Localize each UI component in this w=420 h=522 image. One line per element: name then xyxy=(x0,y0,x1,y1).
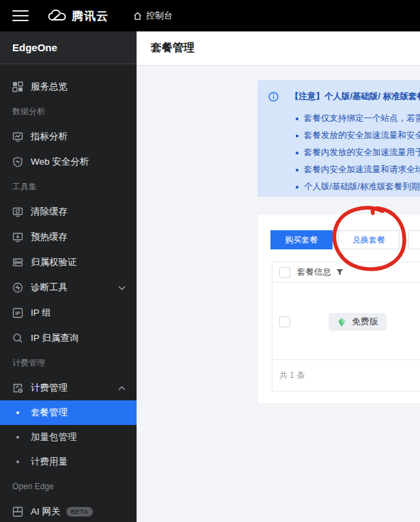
package-table: 套餐信息 免费版 共 1 条 xyxy=(272,262,420,392)
sidebar-item-diagnostic-tools[interactable]: 诊断工具 xyxy=(0,275,137,300)
topbar: 腾讯云 控制台 xyxy=(0,0,420,31)
ip-box-icon: IP xyxy=(12,307,23,318)
notice-bullet: 套餐仅支持绑定一个站点，若需要 xyxy=(296,110,420,127)
sidebar-item-purge-cache[interactable]: 清除缓存 xyxy=(0,199,137,224)
buy-package-button[interactable]: 购买套餐 xyxy=(270,230,333,249)
monitor-chart-icon xyxy=(12,131,23,142)
sidebar-item-metric-analysis[interactable]: 指标分析 xyxy=(0,124,137,149)
beta-badge: BETA xyxy=(66,507,94,517)
monitor-refresh-icon xyxy=(12,206,23,217)
info-icon xyxy=(268,92,279,102)
sidebar-item-label: IP 组 xyxy=(31,307,51,319)
product-name: EdgeOne xyxy=(12,42,57,53)
content-area: 【注意】个人版/基础版/ 标准版套餐 套餐仅支持绑定一个站点，若需要 套餐发放的… xyxy=(137,66,420,522)
cloud-logo-icon xyxy=(48,9,66,23)
sidebar-item-label: Web 安全分析 xyxy=(31,156,89,168)
sidebar-section-toolset: 工具集 xyxy=(0,174,137,199)
redeem-package-button[interactable]: 兑换套餐 xyxy=(338,230,400,249)
bullet-dot xyxy=(16,436,19,439)
search-icon xyxy=(12,333,23,344)
plan-badge: 免费版 xyxy=(328,313,387,331)
sidebar-item-label: 指标分析 xyxy=(31,130,68,143)
sidebar-item-ip-lookup[interactable]: IP 归属查询 xyxy=(0,325,137,351)
sidebar-item-ip-group[interactable]: IP IP 组 xyxy=(0,300,137,325)
sidebar-item-ownership-verification[interactable]: 归属权验证 xyxy=(0,249,137,275)
grid-icon xyxy=(12,81,23,92)
sidebar: EdgeOne 服务总览 数据分析 指标分析 xyxy=(0,31,137,522)
server-icon xyxy=(12,257,23,268)
column-header-package-info: 套餐信息 xyxy=(297,266,331,278)
pulse-circle-icon xyxy=(12,282,23,293)
sidebar-subitem-package-management[interactable]: 套餐管理 xyxy=(0,400,137,425)
sidebar-item-label: 加量包管理 xyxy=(31,431,77,443)
console-link[interactable]: 控制台 xyxy=(133,10,173,22)
plan-diamond-icon xyxy=(337,317,347,327)
sidebar-item-label: 套餐管理 xyxy=(31,407,68,419)
notice-bullet: 个人版/基础版/标准版套餐到期续 xyxy=(296,178,420,195)
home-icon xyxy=(133,12,142,20)
sidebar-item-label: 诊断工具 xyxy=(31,281,68,294)
chevron-up-icon xyxy=(118,383,126,393)
total-count: 共 1 条 xyxy=(279,370,305,381)
gateway-icon xyxy=(12,506,23,517)
pagination: 共 1 条 xyxy=(272,360,420,391)
main-header: 套餐管理 xyxy=(137,31,420,66)
sidebar-item-label: 服务总览 xyxy=(31,81,68,93)
sidebar-item-label: 计费用量 xyxy=(31,456,68,468)
page-title: 套餐管理 xyxy=(151,41,195,55)
sidebar-item-label: AI 网关 xyxy=(31,506,61,518)
bullet-dot xyxy=(16,461,19,463)
sidebar-item-web-security-analysis[interactable]: Web 安全分析 xyxy=(0,149,137,174)
sidebar-item-label: 预热缓存 xyxy=(31,231,68,243)
shield-icon xyxy=(12,156,23,167)
filter-funnel-icon[interactable] xyxy=(336,269,344,276)
tencent-cloud-logo[interactable]: 腾讯云 xyxy=(48,8,109,24)
notice-bullet: 套餐发放的安全加速流量和安全加 xyxy=(296,127,420,144)
billing-icon xyxy=(12,383,23,394)
console-label: 控制台 xyxy=(146,10,173,22)
sidebar-item-prefetch-cache[interactable]: 预热缓存 xyxy=(0,224,137,249)
brand-name: 腾讯云 xyxy=(72,8,109,24)
hamburger-menu-icon[interactable] xyxy=(12,10,29,21)
svg-text:IP: IP xyxy=(15,310,20,316)
sidebar-section-data-analysis: 数据分析 xyxy=(0,99,137,124)
sidebar-item-label: 计费管理 xyxy=(31,382,68,394)
row-checkbox[interactable] xyxy=(279,316,290,327)
product-header: EdgeOne xyxy=(0,31,137,64)
sidebar-item-service-overview[interactable]: 服务总览 xyxy=(0,74,137,99)
select-all-checkbox[interactable] xyxy=(279,267,290,278)
sidebar-section-billing: 计费管理 xyxy=(0,351,137,375)
sidebar-item-label: 清除缓存 xyxy=(31,206,68,218)
sidebar-item-billing-management[interactable]: 计费管理 xyxy=(0,375,137,400)
bullet-dot xyxy=(16,411,19,414)
notice-bullet: 套餐内安全加速流量和请求全球通 xyxy=(296,161,420,178)
monitor-download-icon xyxy=(12,232,23,243)
table-row[interactable]: 免费版 xyxy=(272,283,420,360)
notice-bullet-list: 套餐仅支持绑定一个站点，若需要 套餐发放的安全加速流量和安全加 套餐内发放的安全… xyxy=(296,110,420,195)
notice-banner: 【注意】个人版/基础版/ 标准版套餐 套餐仅支持绑定一个站点，若需要 套餐发放的… xyxy=(257,80,420,197)
plan-name: 免费版 xyxy=(352,316,378,328)
sidebar-item-label: 归属权验证 xyxy=(31,256,77,269)
sidebar-item-label: IP 归属查询 xyxy=(31,332,79,344)
sidebar-menu: 服务总览 数据分析 指标分析 Web 安全分析 工具集 xyxy=(0,64,137,522)
clipped-button[interactable] xyxy=(408,230,420,249)
table-header-row: 套餐信息 xyxy=(272,262,420,283)
sidebar-item-ai-gateway[interactable]: AI 网关 BETA xyxy=(0,499,137,522)
sidebar-subitem-billing-usage[interactable]: 计费用量 xyxy=(0,450,137,474)
chevron-down-icon xyxy=(118,282,126,292)
sidebar-section-open-edge: Open Edge xyxy=(0,474,137,499)
sidebar-subitem-addon-pack-management[interactable]: 加量包管理 xyxy=(0,425,137,450)
notice-bullet: 套餐内发放的安全加速流量用于抵 xyxy=(296,144,420,161)
notice-title: 【注意】个人版/基础版/ 标准版套餐 xyxy=(290,91,420,102)
package-card: 购买套餐 兑换套餐 套餐信息 免 xyxy=(258,215,420,403)
